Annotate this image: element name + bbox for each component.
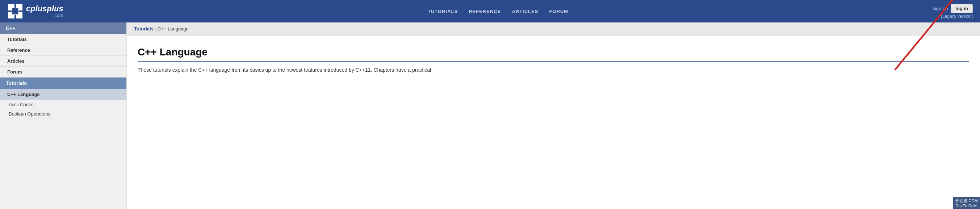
sidebar-item-tutorials[interactable]: Tutorials	[0, 34, 126, 45]
main-layout: C++ Tutorials Reference Articles Forum T…	[0, 22, 980, 209]
sidebar-item-forum[interactable]: Forum	[0, 67, 126, 78]
main-content: Tutorials : C++ Language C++ Language Th…	[127, 22, 980, 209]
nav-reference[interactable]: REFERENCE	[469, 9, 501, 14]
sign-up-link[interactable]: sign up	[932, 6, 948, 11]
logo[interactable]: cplusplus .com	[7, 3, 64, 19]
content-body: C++ Language These tutorials explain the…	[127, 35, 980, 81]
legacy-link[interactable]: [Legacy version]	[941, 14, 973, 19]
sidebar-item-reference[interactable]: Reference	[0, 45, 126, 56]
nav-forum[interactable]: FORUM	[549, 9, 568, 14]
logo-com: .com	[26, 13, 64, 18]
page-description: These tutorials explain the C++ language…	[138, 66, 464, 74]
sidebar-item-ascii-codes[interactable]: Ascii Codes	[0, 100, 126, 109]
svg-rect-4	[12, 8, 19, 14]
breadcrumb-tutorials-link[interactable]: Tutorials	[134, 26, 154, 32]
page-title: C++ Language	[138, 46, 969, 62]
logo-text: cplusplus .com	[26, 4, 64, 18]
sidebar-item-boolean-operations[interactable]: Boolean Operations	[0, 109, 126, 119]
nav-tutorials[interactable]: TUTORIALS	[428, 9, 458, 14]
logo-icon	[7, 3, 23, 19]
auth-top: sign up log in	[932, 4, 973, 13]
main-nav: TUTORIALS REFERENCE ARTICLES FORUM	[428, 9, 568, 14]
sidebar-item-articles[interactable]: Articles	[0, 56, 126, 67]
sidebar-cpp-header: C++	[0, 22, 126, 34]
log-in-button[interactable]: log in	[951, 4, 973, 13]
auth-area: sign up log in [Legacy version]	[932, 4, 973, 19]
breadcrumb-separator: :	[154, 26, 158, 32]
nav-articles[interactable]: ARTICLES	[512, 9, 538, 14]
sidebar: C++ Tutorials Reference Articles Forum T…	[0, 22, 127, 209]
sidebar-tutorials-header: Tutorials	[0, 78, 126, 89]
breadcrumb: Tutorials : C++ Language	[127, 22, 980, 35]
logo-name: cplusplus	[26, 4, 64, 13]
breadcrumb-current: C++ Language	[158, 26, 189, 32]
site-header: cplusplus .com TUTORIALS REFERENCE ARTIC…	[0, 0, 980, 22]
watermark: 开发者 COMDevZe.CoM	[953, 197, 980, 209]
sidebar-item-cpp-language[interactable]: C++ Language	[0, 89, 126, 100]
